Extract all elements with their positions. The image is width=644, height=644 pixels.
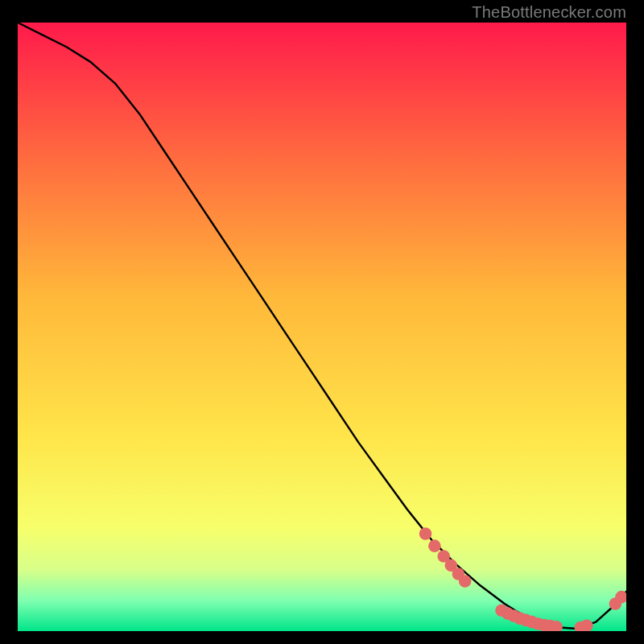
plot-area (18, 23, 626, 631)
chart-svg (18, 23, 626, 631)
data-marker (419, 527, 432, 540)
data-marker (459, 575, 472, 588)
gradient-background (18, 23, 626, 631)
data-marker (428, 539, 441, 552)
attribution-text: TheBottlenecker.com (472, 3, 626, 22)
chart-container: TheBottlenecker.com (0, 0, 644, 644)
